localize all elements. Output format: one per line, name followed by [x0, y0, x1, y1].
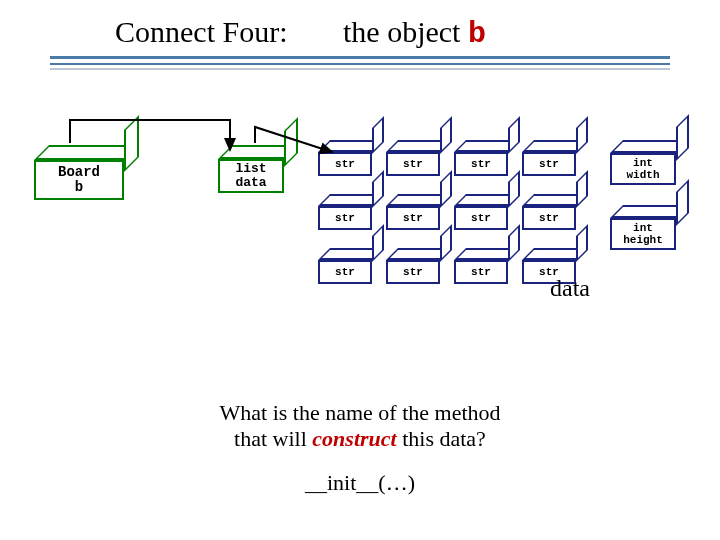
str-cell-label: str	[454, 260, 508, 284]
str-cell: str	[386, 194, 452, 230]
str-cell: str	[386, 248, 452, 284]
str-cell: str	[454, 194, 520, 230]
str-cell-label: str	[318, 260, 372, 284]
attribute-box-listdata: list data	[218, 145, 298, 193]
str-cell-label: str	[386, 206, 440, 230]
title-main: Connect Four:	[115, 15, 288, 48]
str-cell-label: str	[522, 206, 576, 230]
str-cell: str	[522, 194, 588, 230]
attribute-box-int-height: intheight	[610, 205, 688, 250]
str-cell-label: str	[318, 152, 372, 176]
str-cell-label: str	[454, 152, 508, 176]
attribute-box-int-width: intwidth	[610, 140, 688, 185]
title-rule	[50, 63, 670, 65]
title-rule	[50, 68, 670, 70]
str-cell: str	[318, 140, 384, 176]
str-cell: str	[386, 140, 452, 176]
question-text: What is the name of the method that will…	[0, 400, 720, 452]
str-cell: str	[454, 248, 520, 284]
str-cell-label: str	[454, 206, 508, 230]
title-sub: the object	[343, 15, 460, 48]
str-cell: str	[522, 140, 588, 176]
str-cell-label: str	[386, 152, 440, 176]
str-cell: str	[454, 140, 520, 176]
object-box-board: Board b	[34, 145, 134, 200]
board-var: b	[75, 179, 83, 195]
data-label: data	[550, 275, 590, 302]
title-rule	[50, 56, 670, 59]
str-cell-label: str	[386, 260, 440, 284]
str-cell-label: str	[522, 152, 576, 176]
str-cell: str	[318, 248, 384, 284]
answer-text: __init__(…)	[0, 470, 720, 496]
board-label: Board	[58, 164, 100, 180]
slide-title: Connect Four: the object b	[115, 15, 486, 51]
title-code: b	[468, 17, 486, 51]
str-cell-label: str	[318, 206, 372, 230]
str-cell: str	[318, 194, 384, 230]
